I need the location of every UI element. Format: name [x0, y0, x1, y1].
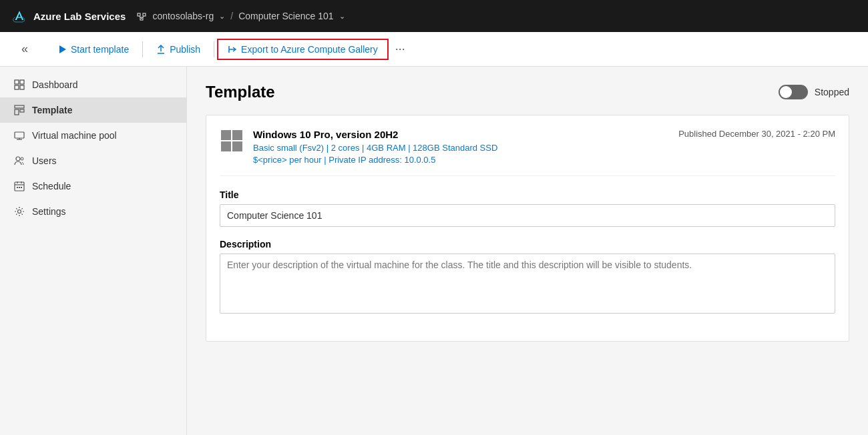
- sidebar-label-template: Template: [32, 105, 72, 115]
- toolbar-divider-2: [214, 41, 214, 57]
- svg-rect-13: [20, 85, 24, 89]
- title-field-group: Title: [220, 189, 835, 227]
- vm-info-row: Windows 10 Pro, version 20H2 Basic small…: [220, 129, 835, 176]
- sidebar-item-template[interactable]: Template: [0, 97, 186, 123]
- svg-rect-16: [20, 109, 24, 112]
- more-actions-button[interactable]: ···: [389, 38, 412, 60]
- publish-button[interactable]: Publish: [146, 39, 211, 60]
- sidebar-label-schedule: Schedule: [32, 181, 71, 191]
- page-title: Template: [206, 83, 275, 101]
- top-bar: Azure Lab Services contosolabs-rg ⌄ / Co…: [0, 0, 868, 32]
- svg-rect-27: [19, 187, 20, 188]
- users-icon: [13, 155, 25, 167]
- resource-group-name[interactable]: contosolabs-rg: [152, 11, 214, 21]
- status-label: Stopped: [815, 87, 849, 97]
- start-template-button[interactable]: Start template: [47, 39, 140, 60]
- breadcrumb: contosolabs-rg ⌄ / Computer Science 101 …: [136, 11, 345, 21]
- main-content: Template Stopped: [187, 67, 868, 435]
- status-toggle-container: Stopped: [779, 85, 849, 99]
- svg-rect-17: [15, 132, 24, 138]
- sidebar-label-settings: Settings: [32, 206, 66, 217]
- sidebar-item-virtual-machine-pool[interactable]: Virtual machine pool: [0, 123, 186, 148]
- status-toggle[interactable]: [779, 85, 808, 99]
- settings-icon: [13, 205, 25, 218]
- svg-point-21: [21, 157, 23, 160]
- vm-details: Windows 10 Pro, version 20H2 Basic small…: [253, 129, 497, 165]
- description-field-group: Description: [220, 239, 835, 316]
- sidebar-item-settings[interactable]: Settings: [0, 199, 186, 224]
- svg-rect-14: [15, 105, 24, 108]
- breadcrumb-separator: /: [230, 11, 233, 21]
- vm-name: Windows 10 Pro, version 20H2: [253, 129, 497, 140]
- template-card: Windows 10 Pro, version 20H2 Basic small…: [206, 115, 849, 342]
- title-input[interactable]: [220, 204, 835, 227]
- svg-rect-26: [17, 187, 18, 188]
- dashboard-icon: [13, 79, 25, 91]
- template-icon: [13, 104, 25, 116]
- svg-rect-33: [232, 141, 242, 151]
- toggle-knob: [780, 86, 792, 98]
- title-label: Title: [220, 189, 835, 200]
- chevron-down-lab[interactable]: ⌄: [339, 12, 345, 21]
- svg-rect-0: [138, 13, 140, 16]
- app-title: Azure Lab Services: [33, 11, 126, 22]
- sidebar-label-vm-pool: Virtual machine pool: [32, 130, 117, 141]
- toolbar-actions: Start template Publish Export to Azure C…: [47, 38, 412, 60]
- vm-info-left: Windows 10 Pro, version 20H2 Basic small…: [220, 129, 497, 165]
- toolbar-divider-1: [142, 41, 143, 57]
- svg-rect-12: [15, 85, 19, 89]
- svg-point-20: [16, 157, 20, 161]
- svg-rect-1: [143, 13, 146, 16]
- azure-logo-icon: [11, 8, 27, 24]
- lab-name[interactable]: Computer Science 101: [238, 11, 333, 21]
- svg-point-29: [18, 210, 21, 213]
- description-label: Description: [220, 239, 835, 250]
- vm-price: $<price> per hour | Private IP address: …: [253, 155, 497, 165]
- play-icon: [57, 45, 67, 54]
- svg-rect-32: [221, 141, 231, 151]
- sidebar-item-users[interactable]: Users: [0, 148, 186, 173]
- svg-rect-11: [20, 80, 24, 84]
- vm-published-date: Published December 30, 2021 - 2:20 PM: [678, 129, 835, 139]
- sidebar-label-users: Users: [32, 155, 57, 166]
- resource-group-icon: [136, 11, 147, 21]
- sidebar-item-schedule[interactable]: Schedule: [0, 173, 186, 199]
- schedule-icon: [13, 180, 25, 192]
- windows-logo-icon: [220, 129, 244, 153]
- svg-marker-5: [59, 45, 66, 53]
- publish-icon: [156, 45, 166, 54]
- svg-rect-15: [15, 109, 19, 115]
- toolbar: « Start template Publish: [0, 32, 868, 67]
- description-textarea[interactable]: [220, 254, 835, 314]
- chevron-down-rg[interactable]: ⌄: [219, 12, 225, 21]
- sidebar: Dashboard Template Virtual: [0, 67, 187, 435]
- logo-area: Azure Lab Services: [11, 8, 126, 24]
- vm-pool-icon: [13, 129, 25, 141]
- sidebar-label-dashboard: Dashboard: [32, 79, 78, 90]
- svg-rect-28: [21, 187, 22, 188]
- sidebar-item-dashboard[interactable]: Dashboard: [0, 72, 186, 97]
- svg-rect-22: [15, 182, 24, 191]
- page-header: Template Stopped: [206, 83, 849, 101]
- svg-rect-30: [221, 130, 231, 140]
- vm-specs: Basic small (Fsv2) | 2 cores | 4GB RAM |…: [253, 143, 497, 153]
- svg-rect-31: [232, 130, 242, 140]
- svg-rect-10: [15, 80, 19, 84]
- export-icon: [228, 45, 237, 54]
- main-layout: Dashboard Template Virtual: [0, 67, 868, 435]
- collapse-sidebar-button[interactable]: «: [13, 38, 36, 60]
- export-to-gallery-button[interactable]: Export to Azure Compute Gallery: [217, 39, 389, 60]
